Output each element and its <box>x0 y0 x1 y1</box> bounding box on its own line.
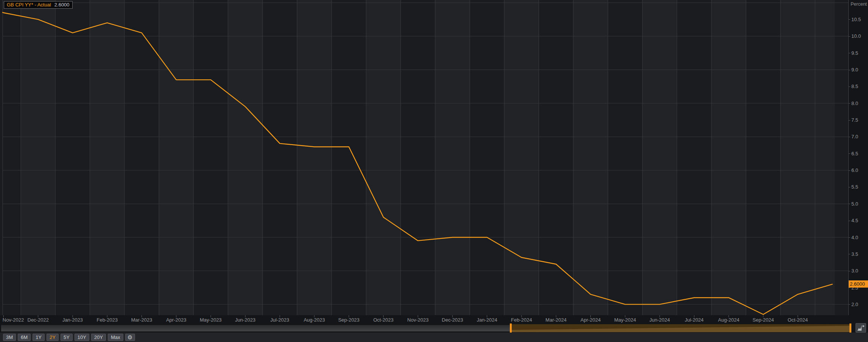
y-axis-label: 5.0 <box>851 201 858 207</box>
y-axis-tick <box>849 70 850 70</box>
y-axis-line <box>848 0 849 315</box>
y-axis-label: 4.5 <box>851 218 858 223</box>
price-line-chart <box>0 0 849 319</box>
y-axis-label: 7.0 <box>851 134 858 139</box>
y-axis-label: 7.5 <box>851 117 858 123</box>
last-price-badge: 2.6000 <box>849 280 868 288</box>
range-button-5y[interactable]: 5Y <box>61 334 73 341</box>
range-button-3m[interactable]: 3M <box>3 334 16 341</box>
y-axis-label: 6.5 <box>851 151 858 156</box>
chart-jump-arrow-icon <box>857 325 865 331</box>
x-axis-label: Mar-2023 <box>131 317 152 323</box>
x-axis-label: Nov-2022 <box>3 317 24 323</box>
range-button-6m[interactable]: 6M <box>18 334 31 341</box>
x-axis-label: Apr-2023 <box>166 317 186 323</box>
y-axis-tick <box>849 170 850 171</box>
x-axis-label: Feb-2024 <box>511 317 532 323</box>
y-axis-tick <box>849 221 850 221</box>
y-axis-label: 8.0 <box>851 101 858 106</box>
x-axis-label: Jan-2024 <box>477 317 497 323</box>
y-axis-tick <box>849 53 850 53</box>
legend-last-value: 2.6000 <box>54 2 70 8</box>
y-axis-label: 5.5 <box>851 184 858 190</box>
x-axis-label: Nov-2023 <box>407 317 429 323</box>
y-axis-tick <box>849 271 850 271</box>
range-button-2y[interactable]: 2Y <box>47 334 59 341</box>
navigator-selected-range[interactable] <box>512 324 849 332</box>
y-axis-label: 9.5 <box>851 50 858 56</box>
range-toolbar: 3M6M1Y2Y5Y10Y20YMax ⚙ <box>0 333 868 342</box>
y-axis-tick <box>849 120 850 121</box>
y-axis-tick <box>849 204 850 204</box>
y-axis-label: 9.0 <box>851 67 858 73</box>
x-axis-label: Dec-2023 <box>442 317 463 323</box>
range-button-max[interactable]: Max <box>108 334 123 341</box>
y-axis-label: 4.0 <box>851 235 858 240</box>
x-axis-label: Sep-2023 <box>338 317 359 323</box>
y-axis-tick <box>849 304 850 305</box>
navigator-end-handle[interactable] <box>849 323 851 333</box>
x-axis-label: Jun-2023 <box>235 317 255 323</box>
y-axis-label: 10.5 <box>851 17 861 22</box>
range-button-group: 3M6M1Y2Y5Y10Y20YMax <box>3 334 123 341</box>
y-axis-tick <box>849 103 850 104</box>
x-axis-label: Jun-2024 <box>649 317 670 323</box>
gear-icon: ⚙ <box>127 334 132 340</box>
y-axis-tick <box>849 254 850 254</box>
y-axis-tick <box>849 36 850 37</box>
x-axis-label: Oct-2023 <box>373 317 393 323</box>
x-axis-label: Apr-2024 <box>581 317 601 323</box>
y-axis-tick <box>849 137 850 137</box>
y-axis-title: Percent <box>851 2 867 7</box>
y-axis-tick <box>849 87 850 87</box>
y-axis-label: 3.0 <box>851 268 858 274</box>
x-axis-label: Mar-2024 <box>545 317 567 323</box>
x-axis-label: Feb-2023 <box>96 317 118 323</box>
x-axis-label: Oct-2024 <box>788 317 808 323</box>
jump-to-latest-button[interactable] <box>856 323 866 333</box>
settings-button[interactable]: ⚙ <box>125 334 135 341</box>
y-axis-label: 2.0 <box>851 302 858 307</box>
price-chart-app: GB CPI YY* - Actual2.6000 Nov-2022Dec-20… <box>0 0 868 342</box>
cpi-series-line <box>3 12 832 314</box>
range-button-10y[interactable]: 10Y <box>75 334 89 341</box>
y-axis-label: 3.5 <box>851 251 858 257</box>
x-axis-label: Jul-2023 <box>270 317 289 323</box>
legend-series-label: GB CPI YY* - Actual <box>7 2 51 8</box>
y-axis-tick <box>849 19 850 20</box>
y-axis-label: 8.5 <box>851 84 858 89</box>
chart-plot-area[interactable]: GB CPI YY* - Actual2.6000 <box>0 0 849 315</box>
navigator-preview-area <box>512 324 849 332</box>
x-axis-label: Dec-2022 <box>28 317 49 323</box>
range-button-1y[interactable]: 1Y <box>33 334 45 341</box>
y-axis-label: 10.0 <box>851 33 861 39</box>
x-axis-label: Sep-2024 <box>753 317 774 323</box>
range-button-20y[interactable]: 20Y <box>91 334 106 341</box>
x-axis-label: Jan-2023 <box>62 317 83 323</box>
x-axis-label: Aug-2023 <box>304 317 325 323</box>
x-axis-label: May-2023 <box>200 317 222 323</box>
x-axis-label: Aug-2024 <box>718 317 739 323</box>
y-axis-tick <box>849 153 850 154</box>
y-axis-label: 6.0 <box>851 167 858 173</box>
y-axis-tick <box>849 187 850 187</box>
legend-box[interactable]: GB CPI YY* - Actual2.6000 <box>4 1 73 9</box>
navigator-track[interactable] <box>1 325 510 331</box>
x-axis-label: Jul-2024 <box>685 317 703 323</box>
x-axis-label: May-2024 <box>614 317 636 323</box>
y-axis-tick <box>849 237 850 238</box>
